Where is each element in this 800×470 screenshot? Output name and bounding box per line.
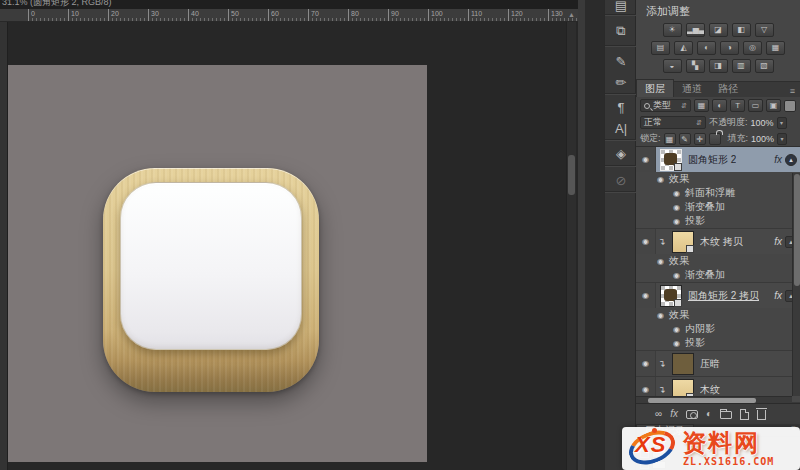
fill-value[interactable]: 100% (751, 134, 774, 144)
tab-paths[interactable]: 路径 (710, 80, 746, 97)
visibility-eye-icon[interactable]: ◉ (657, 311, 669, 320)
opacity-value[interactable]: 100% (751, 118, 774, 128)
visibility-eye-icon[interactable]: ◉ (657, 175, 669, 184)
lock-position-icon[interactable]: ✛ (694, 133, 706, 145)
opacity-dropdown-icon[interactable]: ▾ (777, 117, 787, 129)
canvas-scrollbar-thumb[interactable] (568, 155, 575, 195)
visibility-eye-icon[interactable]: ◉ (642, 359, 649, 368)
effects-header-row[interactable]: ◉ 效果 (636, 254, 800, 268)
color-lookup-icon[interactable]: ▦ (766, 41, 785, 55)
channel-mixer-icon[interactable]: ◎ (743, 41, 762, 55)
effect-row-gradient-overlay[interactable]: ◉ 渐变叠加 (636, 200, 800, 214)
gradient-map-icon[interactable]: ▥ (732, 59, 751, 73)
visibility-eye-icon[interactable]: ◉ (673, 217, 685, 226)
collapse-effects-button[interactable]: ▴ (785, 154, 797, 166)
posterize-icon[interactable]: ▚ (686, 59, 705, 73)
visibility-eye-icon[interactable]: ◉ (673, 189, 685, 198)
layer-thumbnail[interactable] (672, 231, 694, 253)
vibrance-icon[interactable]: ▽ (755, 23, 774, 37)
visibility-eye-icon[interactable]: ◉ (642, 385, 649, 394)
delete-layer-icon[interactable] (757, 410, 766, 420)
layer-name[interactable]: 圆角矩形 2 (688, 153, 736, 167)
brightness-contrast-icon[interactable]: ☀ (663, 23, 682, 37)
hue-saturation-icon[interactable]: ▤ (651, 41, 670, 55)
lock-image-pixels-icon[interactable]: ✎ (679, 133, 691, 145)
link-layers-icon[interactable]: ∞ (655, 409, 662, 419)
layers-vertical-scrollbar[interactable] (792, 173, 800, 396)
layer-name[interactable]: 圆角矩形 2 拷贝 (688, 289, 759, 303)
layer-name[interactable]: 木纹 拷贝 (700, 235, 743, 249)
filter-type-layers-icon[interactable]: T (730, 99, 745, 112)
document-title-bar: 31.1% (圆角矩形 2, RGB/8) (0, 0, 578, 9)
visibility-eye-icon[interactable]: ◉ (657, 257, 669, 266)
canvas[interactable] (8, 65, 427, 462)
layer-thumbnail[interactable] (660, 149, 682, 171)
dock-brushes-panel-icon[interactable]: ✎ (607, 50, 635, 72)
dock-3d-panel-icon[interactable]: ◈ (607, 142, 635, 164)
selective-color-icon[interactable]: ▧ (755, 59, 774, 73)
threshold-icon[interactable]: ◨ (709, 59, 728, 73)
wooden-icon-artwork[interactable] (103, 168, 319, 392)
lock-all-icon[interactable] (709, 133, 721, 145)
filter-smart-objects-icon[interactable]: ▣ (766, 99, 781, 112)
add-layer-style-icon[interactable]: fx (670, 409, 678, 419)
filter-pixel-layers-icon[interactable]: ▦ (694, 99, 709, 112)
add-layer-mask-icon[interactable] (686, 410, 698, 419)
filter-adjustment-layers-icon[interactable]: ◐ (712, 99, 727, 112)
dock-paragraph-panel-icon[interactable]: ¶ (607, 96, 635, 118)
lock-transparent-pixels-icon[interactable]: ▦ (664, 133, 676, 145)
visibility-eye-icon[interactable]: ◉ (642, 237, 649, 246)
effect-row-gradient-overlay[interactable]: ◉ 渐变叠加 (636, 268, 800, 282)
fill-dropdown-icon[interactable]: ▾ (777, 133, 787, 145)
fx-badge: fx (774, 290, 782, 301)
effect-name: 内阴影 (685, 322, 715, 336)
layer-name[interactable]: 木纹 (700, 383, 720, 397)
visibility-eye-icon[interactable]: ◉ (673, 203, 685, 212)
layer-block: ◉ 圆角矩形 2 fx ▴ ◉ 效果 ◉ 斜面和浮雕 ◉ 渐变叠加 (636, 147, 800, 229)
effect-row-inner-shadow[interactable]: ◉ 内阴影 (636, 322, 800, 336)
effect-row-bevel-emboss[interactable]: ◉ 斜面和浮雕 (636, 186, 800, 200)
curves-icon[interactable]: ◪ (709, 23, 728, 37)
tab-channels[interactable]: 通道 (674, 80, 710, 97)
invert-icon[interactable]: ◒ (663, 59, 682, 73)
effect-row-drop-shadow[interactable]: ◉ 投影 (636, 336, 800, 350)
exposure-icon[interactable]: ◧ (732, 23, 751, 37)
dock-brush-presets-panel-icon[interactable]: ✏ (607, 71, 635, 93)
photo-filter-icon[interactable]: ◑ (720, 41, 739, 55)
effects-header-row[interactable]: ◉ 效果 (636, 308, 800, 322)
visibility-eye-icon[interactable]: ◉ (673, 271, 685, 280)
layer-row-rounded-rect-2[interactable]: ◉ 圆角矩形 2 fx ▴ (636, 147, 800, 172)
layer-thumbnail[interactable] (660, 285, 682, 307)
layer-row-wood-copy[interactable]: ◉ ↴ 木纹 拷贝 fx ▴ (636, 229, 800, 254)
filter-on-off-toggle[interactable] (784, 100, 796, 112)
scroll-up-icon[interactable]: ▲ (568, 11, 575, 18)
color-balance-icon[interactable]: ◭ (674, 41, 693, 55)
layer-thumbnail[interactable] (672, 353, 694, 375)
layer-row-rounded-rect-2-copy[interactable]: ◉ 圆角矩形 2 拷贝 fx ▴ (636, 283, 800, 308)
visibility-eye-icon[interactable]: ◉ (642, 291, 649, 300)
new-adjustment-layer-icon[interactable]: ◐ (706, 409, 712, 419)
dock-actions-panel-icon[interactable]: ⧉ (607, 20, 635, 42)
new-layer-icon[interactable] (740, 409, 749, 420)
effects-header-row[interactable]: ◉ 效果 (636, 172, 800, 186)
visibility-eye-icon[interactable]: ◉ (673, 339, 685, 348)
new-group-icon[interactable] (720, 411, 732, 419)
visibility-eye-icon[interactable]: ◉ (642, 155, 649, 164)
dock-measurement-panel-icon[interactable]: ⊘ (607, 169, 635, 191)
layers-scrollbar-thumb[interactable] (794, 174, 800, 286)
panel-menu-icon[interactable]: ≡ (790, 86, 800, 97)
visibility-eye-icon[interactable]: ◉ (673, 325, 685, 334)
filter-type-combo[interactable]: 类型 ⇵ (640, 99, 691, 112)
effect-row-drop-shadow[interactable]: ◉ 投影 (636, 214, 800, 228)
black-white-icon[interactable]: ◐ (697, 41, 716, 55)
tab-layers[interactable]: 图层 (636, 79, 674, 97)
layers-horizontal-scrollbar[interactable] (636, 396, 792, 403)
blend-mode-select[interactable]: 正常 ⇵ (640, 116, 706, 129)
layer-name[interactable]: 压暗 (700, 357, 720, 371)
filter-shape-layers-icon[interactable]: ▭ (748, 99, 763, 112)
levels-icon[interactable]: ▂▅▃ (686, 23, 705, 37)
canvas-vertical-scrollbar[interactable]: ▲ (566, 22, 576, 470)
ruler-tick: 40 (188, 9, 228, 21)
dock-character-panel-icon[interactable]: A| (607, 117, 635, 139)
layer-row-darken[interactable]: ◉ ↴ 压暗 (636, 351, 800, 376)
